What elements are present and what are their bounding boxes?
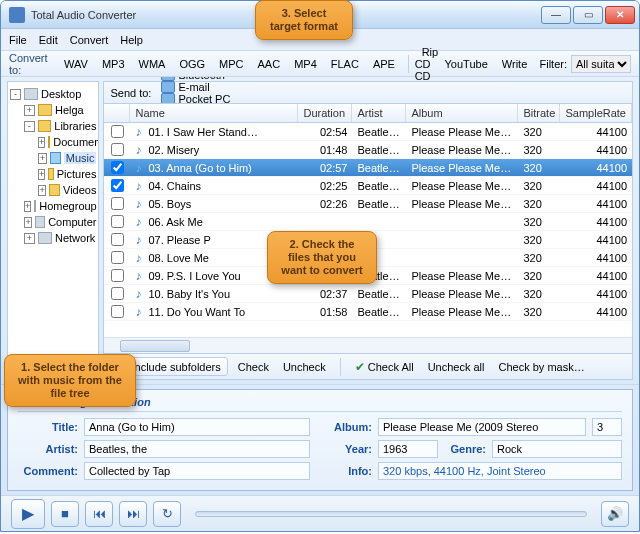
year-field[interactable]: 1963 <box>378 440 438 458</box>
tree-label[interactable]: Libraries <box>54 120 96 132</box>
tree-node-helga[interactable]: +Helga <box>10 102 96 118</box>
check-by-mask-button[interactable]: Check by mask… <box>495 359 589 375</box>
tree-node-pictures[interactable]: +Pictures <box>10 166 96 182</box>
tree-label[interactable]: Desktop <box>41 88 81 100</box>
tree-label[interactable]: Homegroup <box>39 200 96 212</box>
table-row[interactable]: ♪02. Misery01:48Beatles…Please Please Me… <box>104 141 632 159</box>
horizontal-scrollbar[interactable] <box>104 337 632 353</box>
tree-node-network[interactable]: +Network <box>10 230 96 246</box>
row-checkbox[interactable] <box>111 143 124 156</box>
col-artist[interactable]: Artist <box>352 104 406 122</box>
table-row[interactable]: ♪06. Ask Me32044100 <box>104 213 632 231</box>
uncheck-button[interactable]: Uncheck <box>279 359 330 375</box>
minimize-button[interactable]: — <box>541 6 571 24</box>
table-row[interactable]: ♪01. I Saw Her Stand…02:54Beatles…Please… <box>104 123 632 141</box>
title-field[interactable]: Anna (Go to Him) <box>84 418 310 436</box>
table-row[interactable]: ♪10. Baby It's You02:37Beatles…Please Pl… <box>104 285 632 303</box>
folder-tree[interactable]: -Desktop+Helga-Libraries+Documents+Music… <box>7 81 99 380</box>
next-button[interactable]: ⏭ <box>119 501 147 527</box>
genre-field[interactable]: Rock <box>492 440 622 458</box>
maximize-button[interactable]: ▭ <box>573 6 603 24</box>
row-checkbox[interactable] <box>111 125 124 138</box>
format-aac-button[interactable]: AAC <box>251 55 288 73</box>
expand-icon[interactable]: + <box>38 185 46 196</box>
expand-icon[interactable]: + <box>38 169 45 180</box>
expand-icon[interactable]: - <box>24 121 35 132</box>
format-ape-button[interactable]: APE <box>366 55 402 73</box>
comment-field[interactable]: Collected by Tap <box>84 462 310 480</box>
format-mp4-button[interactable]: MP4 <box>287 55 324 73</box>
check-all-button[interactable]: ✔ Check All <box>351 358 418 376</box>
row-checkbox[interactable] <box>111 215 124 228</box>
info-label: Info: <box>330 465 372 477</box>
check-button[interactable]: Check <box>234 359 273 375</box>
row-checkbox[interactable] <box>111 287 124 300</box>
play-button[interactable]: ▶ <box>11 499 45 529</box>
row-checkbox[interactable] <box>111 161 124 174</box>
col-bitrate[interactable]: Bitrate <box>518 104 560 122</box>
menu-help[interactable]: Help <box>120 34 143 46</box>
tree-node-documents[interactable]: +Documents <box>10 134 96 150</box>
format-wma-button[interactable]: WMA <box>132 55 173 73</box>
youtube-button[interactable]: YouTube <box>438 55 495 73</box>
col-checkbox[interactable] <box>104 104 130 122</box>
expand-icon[interactable]: + <box>24 233 35 244</box>
expand-icon[interactable]: + <box>38 137 45 148</box>
tree-label[interactable]: Helga <box>55 104 84 116</box>
row-checkbox[interactable] <box>111 233 124 246</box>
tree-node-videos[interactable]: +Videos <box>10 182 96 198</box>
tree-label[interactable]: Documents <box>53 136 99 148</box>
expand-icon[interactable]: + <box>24 105 35 116</box>
track-field[interactable]: 3 <box>592 418 622 436</box>
volume-button[interactable]: 🔊 <box>601 501 629 527</box>
tree-node-desktop[interactable]: -Desktop <box>10 86 96 102</box>
close-button[interactable]: ✕ <box>605 6 635 24</box>
tree-label[interactable]: Computer <box>48 216 96 228</box>
col-name[interactable]: Name <box>130 104 298 122</box>
row-checkbox[interactable] <box>111 197 124 210</box>
expand-icon[interactable]: + <box>24 217 32 228</box>
row-bitrate: 320 <box>518 180 560 192</box>
menu-edit[interactable]: Edit <box>39 34 58 46</box>
album-field[interactable]: Please Please Me (2009 Stereo <box>378 418 586 436</box>
expand-icon[interactable]: - <box>10 89 21 100</box>
row-checkbox[interactable] <box>111 269 124 282</box>
format-flac-button[interactable]: FLAC <box>324 55 366 73</box>
table-row[interactable]: ♪05. Boys02:26Beatles…Please Please Me …… <box>104 195 632 213</box>
col-samplerate[interactable]: SampleRate <box>560 104 632 122</box>
row-checkbox[interactable] <box>111 251 124 264</box>
expand-icon[interactable]: + <box>38 153 47 164</box>
repeat-button[interactable]: ↻ <box>153 501 181 527</box>
col-duration[interactable]: Duration <box>298 104 352 122</box>
menu-convert[interactable]: Convert <box>70 34 109 46</box>
stop-button[interactable]: ■ <box>51 501 79 527</box>
expand-icon[interactable]: + <box>24 201 31 212</box>
tree-label[interactable]: Music <box>64 152 97 164</box>
tree-node-computer[interactable]: +Computer <box>10 214 96 230</box>
tree-label[interactable]: Pictures <box>57 168 97 180</box>
prev-button[interactable]: ⏮ <box>85 501 113 527</box>
sendto-e-mail[interactable]: E-mail <box>161 81 238 93</box>
row-artist: Beatles… <box>352 180 406 192</box>
table-row[interactable]: ♪03. Anna (Go to Him)02:57Beatles…Please… <box>104 159 632 177</box>
format-ogg-button[interactable]: OGG <box>172 55 212 73</box>
row-checkbox[interactable] <box>111 179 124 192</box>
table-row[interactable]: ♪04. Chains02:25Beatles…Please Please Me… <box>104 177 632 195</box>
col-album[interactable]: Album <box>406 104 518 122</box>
uncheck-all-button[interactable]: Uncheck all <box>424 359 489 375</box>
filter-select[interactable]: All suitab <box>571 55 631 73</box>
tree-node-homegroup[interactable]: +Homegroup <box>10 198 96 214</box>
artist-field[interactable]: Beatles, the <box>84 440 310 458</box>
format-wav-button[interactable]: WAV <box>57 55 95 73</box>
format-mpc-button[interactable]: MPC <box>212 55 250 73</box>
scrollbar-thumb[interactable] <box>120 340 190 352</box>
tree-label[interactable]: Videos <box>63 184 96 196</box>
row-checkbox[interactable] <box>111 305 124 318</box>
seek-slider[interactable] <box>195 511 587 517</box>
tree-label[interactable]: Network <box>55 232 95 244</box>
table-row[interactable]: ♪11. Do You Want To01:58Beatles…Please P… <box>104 303 632 321</box>
tree-node-music[interactable]: +Music <box>10 150 96 166</box>
menu-file[interactable]: File <box>9 34 27 46</box>
format-mp3-button[interactable]: MP3 <box>95 55 132 73</box>
tree-node-libraries[interactable]: -Libraries <box>10 118 96 134</box>
